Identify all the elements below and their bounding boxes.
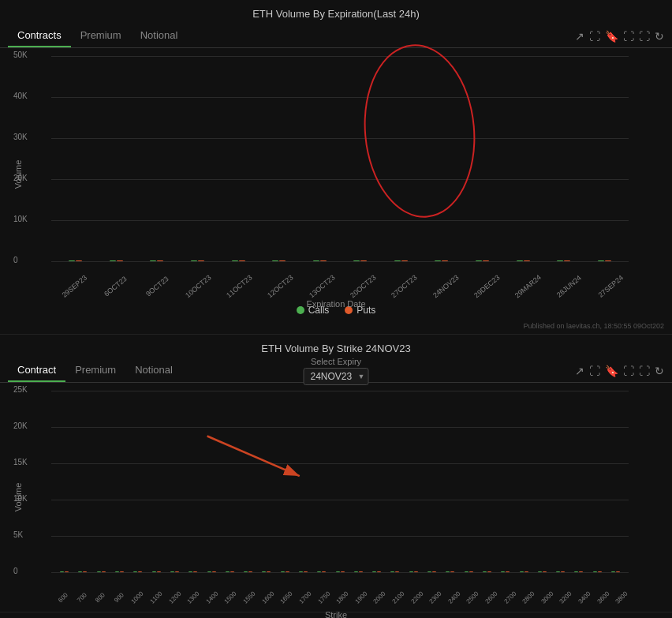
call2-bar-26 <box>538 571 542 572</box>
bar2-group-0 <box>55 571 73 572</box>
expiry-selector: Select Expiry 24NOV23 <box>304 357 369 385</box>
call2-bar-5 <box>152 571 156 572</box>
bar-group-12 <box>543 260 584 261</box>
bar-group-6 <box>299 260 340 261</box>
grid2-label-5k: 5K <box>13 530 23 539</box>
bar-group-2 <box>136 260 177 261</box>
bar-group-5 <box>259 260 300 261</box>
chart2-section: ETH Volume By Strike 24NOV23 Contract Pr… <box>0 335 672 612</box>
put2-bar-19 <box>414 571 418 572</box>
call2-bar-6 <box>170 571 174 572</box>
share-icon[interactable]: ↗ <box>575 30 584 43</box>
put-bar-1 <box>117 260 123 261</box>
fullscreen-icon2[interactable]: ⛶ <box>639 365 650 377</box>
call2-bar-11 <box>262 571 266 572</box>
chart2-area: Volume 25K 20K 15K 10K 5K <box>0 383 672 612</box>
tab2-contract[interactable]: Contract <box>8 359 65 382</box>
bar2-group-21 <box>441 571 459 572</box>
bar-group-10 <box>462 260 503 261</box>
grid-label-50k: 50K <box>13 51 28 59</box>
call2-bar-12 <box>281 571 285 572</box>
x-label-5: 12OCT23 <box>263 270 299 302</box>
put2-bar-1 <box>83 571 87 572</box>
bar-group-0 <box>55 260 96 261</box>
x2-label-6: 1200 <box>166 589 184 607</box>
bar2-group-4 <box>129 571 147 572</box>
call2-bar-18 <box>390 571 394 572</box>
call2-bar-14 <box>317 571 321 572</box>
tab-notional[interactable]: Notional <box>131 24 188 47</box>
call2-bar-13 <box>299 571 303 572</box>
call2-bar-8 <box>207 571 211 572</box>
x2-label-1: 700 <box>73 589 91 607</box>
put2-bar-26 <box>543 571 547 572</box>
tab-premium[interactable]: Premium <box>71 24 131 47</box>
bar2-group-25 <box>514 571 532 572</box>
put2-bar-14 <box>322 571 326 572</box>
put2-bar-27 <box>561 571 565 572</box>
share-icon2[interactable]: ↗ <box>575 365 584 377</box>
put2-bar-2 <box>102 571 106 572</box>
call-bar-12 <box>557 260 563 261</box>
select-label: Select Expiry <box>311 357 361 366</box>
bar2-group-27 <box>551 571 569 572</box>
resize-icon2[interactable]: ⛶ <box>623 365 634 377</box>
refresh-icon[interactable]: ↻ <box>655 30 664 43</box>
call-bar-13 <box>598 260 604 261</box>
tab-contracts[interactable]: Contracts <box>8 24 71 47</box>
grid-label-40k: 40K <box>13 92 28 100</box>
bar2-group-26 <box>533 571 551 572</box>
x2-label-4: 1000 <box>129 589 147 607</box>
image-icon[interactable]: ⛶ <box>589 30 600 43</box>
call2-bar-22 <box>465 571 469 572</box>
bar2-group-5 <box>147 571 165 572</box>
put2-bar-25 <box>525 571 528 572</box>
x2-label-14: 1750 <box>315 589 333 607</box>
x-label-7: 20OCT23 <box>345 270 381 302</box>
bar2-group-2 <box>92 571 110 572</box>
chart1-toolbar: ↗ ⛶ 🔖 ⛶ ⛶ ↻ <box>575 30 664 43</box>
put-bar-12 <box>564 260 570 261</box>
grid2-label-0: 0 <box>13 567 18 575</box>
x2-label-18: 2100 <box>389 589 407 607</box>
call-bar-2 <box>150 260 156 261</box>
put-bar-7 <box>360 260 367 261</box>
bar2-group-20 <box>423 571 441 572</box>
x2-label-15: 1800 <box>334 589 352 607</box>
x2-label-7: 1300 <box>185 589 203 607</box>
x2-label-27: 3200 <box>557 589 575 607</box>
bookmark-icon[interactable]: 🔖 <box>605 30 618 43</box>
call2-bar-1 <box>78 571 82 572</box>
bookmark-icon2[interactable]: 🔖 <box>605 365 618 377</box>
x2-label-30: 3800 <box>613 589 631 607</box>
put-bar-8 <box>401 260 408 261</box>
grid-label-0: 0 <box>13 256 18 264</box>
grid2-0: 0 <box>51 572 629 573</box>
resize-icon[interactable]: ⛶ <box>623 30 634 43</box>
x2-label-19: 2200 <box>408 589 426 607</box>
put-bar-6 <box>320 260 327 261</box>
bar2-group-28 <box>569 571 588 572</box>
put2-bar-15 <box>341 571 345 572</box>
grid2-label-20k: 20K <box>13 421 28 430</box>
tab2-notional[interactable]: Notional <box>125 359 182 382</box>
put-bar-3 <box>198 260 204 261</box>
tab2-premium[interactable]: Premium <box>65 359 125 382</box>
x2-label-3: 900 <box>110 589 128 607</box>
x2-label-20: 2300 <box>427 589 445 607</box>
fullscreen-icon[interactable]: ⛶ <box>639 30 650 43</box>
call-bar-4 <box>232 260 238 261</box>
call2-bar-21 <box>446 571 450 572</box>
call2-bar-19 <box>409 571 413 572</box>
x-label-12: 28JUN24 <box>551 270 587 302</box>
bar2-group-7 <box>184 571 202 572</box>
x2-label-21: 2400 <box>445 589 463 607</box>
image-icon2[interactable]: ⛶ <box>589 365 600 377</box>
refresh-icon2[interactable]: ↻ <box>655 365 664 377</box>
call2-bar-7 <box>189 571 192 572</box>
grid-label-30k: 30K <box>13 133 28 141</box>
put-bar-13 <box>605 260 611 261</box>
bar2-group-19 <box>405 571 423 572</box>
bar2-group-12 <box>276 571 294 572</box>
put2-bar-4 <box>138 571 142 572</box>
